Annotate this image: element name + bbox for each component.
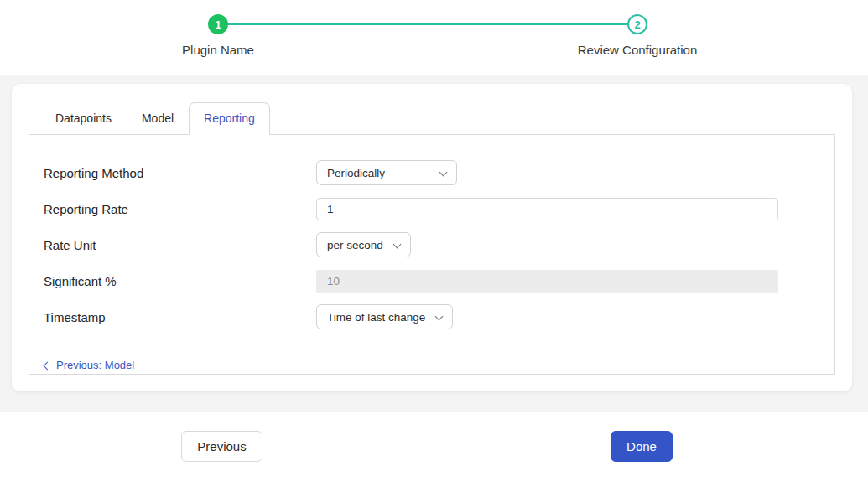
chevron-down-icon <box>439 168 448 177</box>
significant-percent-label: Significant % <box>43 274 316 288</box>
previous-model-link-label: Previous: Model <box>56 359 134 371</box>
reporting-method-select[interactable]: Periodically <box>316 160 457 185</box>
timestamp-value: Time of last change <box>327 311 425 324</box>
wizard-body: Datapoints Model Reporting Reporting Met… <box>0 75 868 412</box>
configuration-card: Datapoints Model Reporting Reporting Met… <box>12 84 852 391</box>
done-button[interactable]: Done <box>611 431 673 462</box>
reporting-rate-label: Reporting Rate <box>43 202 316 216</box>
wizard-footer: Previous Done <box>0 412 868 482</box>
reporting-method-label: Reporting Method <box>43 166 316 180</box>
rate-unit-value: per second <box>327 239 383 251</box>
previous-model-link[interactable]: Previous: Model <box>44 359 134 371</box>
form-row-timestamp: Timestamp Time of last change <box>43 304 821 329</box>
form-row-significant-percent: Significant % <box>43 268 821 293</box>
rate-unit-select[interactable]: per second <box>316 232 411 257</box>
timestamp-select[interactable]: Time of last change <box>316 304 453 329</box>
previous-button[interactable]: Previous <box>181 431 262 462</box>
reporting-tab-panel: Reporting Method Periodically Reporting … <box>29 134 835 375</box>
wizard-stepper: 1 2 Plugin Name Review Configuration <box>0 0 868 75</box>
tab-model[interactable]: Model <box>127 102 189 134</box>
step-1-circle[interactable]: 1 <box>208 14 228 34</box>
step-1-label: Plugin Name <box>182 43 254 57</box>
reporting-method-value: Periodically <box>327 167 385 179</box>
significant-percent-input <box>316 270 778 293</box>
stepper-connector-line <box>218 23 637 25</box>
timestamp-label: Timestamp <box>43 310 316 324</box>
reporting-rate-input[interactable] <box>316 198 778 220</box>
tab-reporting[interactable]: Reporting <box>189 102 270 135</box>
chevron-left-icon <box>44 361 52 370</box>
tab-datapoints[interactable]: Datapoints <box>40 102 127 134</box>
form-row-rate-unit: Rate Unit per second <box>43 232 821 257</box>
tab-bar: Datapoints Model Reporting <box>29 102 835 134</box>
form-row-reporting-method: Reporting Method Periodically <box>43 160 821 185</box>
step-2-circle[interactable]: 2 <box>627 14 647 34</box>
form-row-reporting-rate: Reporting Rate <box>43 196 821 221</box>
step-2-label: Review Configuration <box>578 43 698 57</box>
rate-unit-label: Rate Unit <box>43 238 316 252</box>
chevron-down-icon <box>435 313 444 321</box>
chevron-down-icon <box>392 241 401 249</box>
